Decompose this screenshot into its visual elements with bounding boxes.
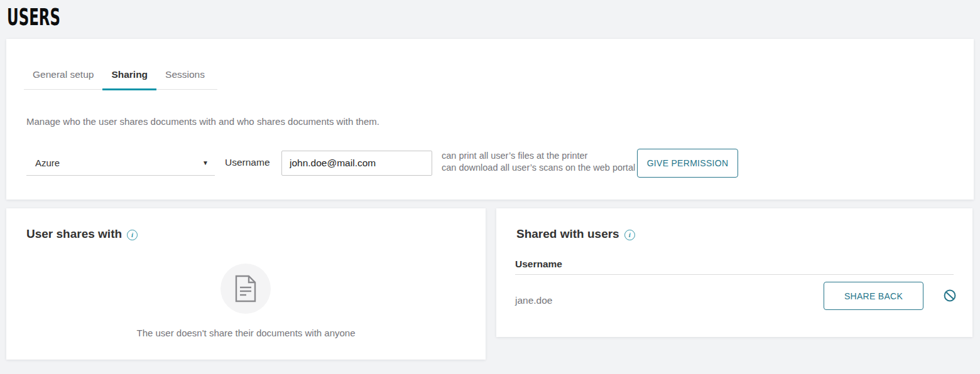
permission-notes: can print all user’s files at the printe… [442,150,635,174]
permission-note-line: can download all user’s scans on the web… [442,162,635,174]
table-row: jane.doe SHARE BACK [496,275,972,330]
username-input[interactable] [281,151,432,176]
username-column-header: Username [515,259,562,270]
info-icon[interactable]: i [624,230,635,240]
username-label: Username [225,157,270,168]
user-shares-with-heading: User shares with i [26,227,138,241]
user-shares-with-title: User shares with [26,227,122,241]
chevron-down-icon: ▼ [202,159,209,166]
identity-provider-value: Azure [35,158,60,168]
share-back-button[interactable]: SHARE BACK [824,282,923,310]
empty-state-circle [220,264,271,314]
shared-with-users-heading: Shared with users i [516,227,635,241]
identity-provider-select[interactable]: Azure ▼ [26,151,215,176]
user-shares-with-panel: User shares with i The user doesn't shar… [6,208,486,360]
permission-note-line: can print all user’s files at the printe… [442,150,635,162]
tab-general-setup[interactable]: General setup [24,63,102,90]
tab-bar: General setup Sharing Sessions [24,63,217,90]
sharing-settings-panel: General setup Sharing Sessions Manage wh… [6,39,974,200]
info-icon[interactable]: i [127,230,138,240]
shared-user-name: jane.doe [515,295,552,306]
revoke-share-icon[interactable] [944,289,956,302]
empty-state-message: The user doesn't share their documents w… [6,328,486,338]
document-icon [234,275,257,302]
give-permission-button[interactable]: GIVE PERMISSION [637,149,738,178]
sharing-description: Manage who the user shares documents wit… [26,116,379,127]
page-title: USERS [7,4,60,31]
shared-with-users-title: Shared with users [516,227,619,241]
tab-sessions[interactable]: Sessions [156,63,214,90]
shared-with-users-panel: Shared with users i Username jane.doe SH… [496,208,972,337]
tab-sharing[interactable]: Sharing [102,63,156,90]
